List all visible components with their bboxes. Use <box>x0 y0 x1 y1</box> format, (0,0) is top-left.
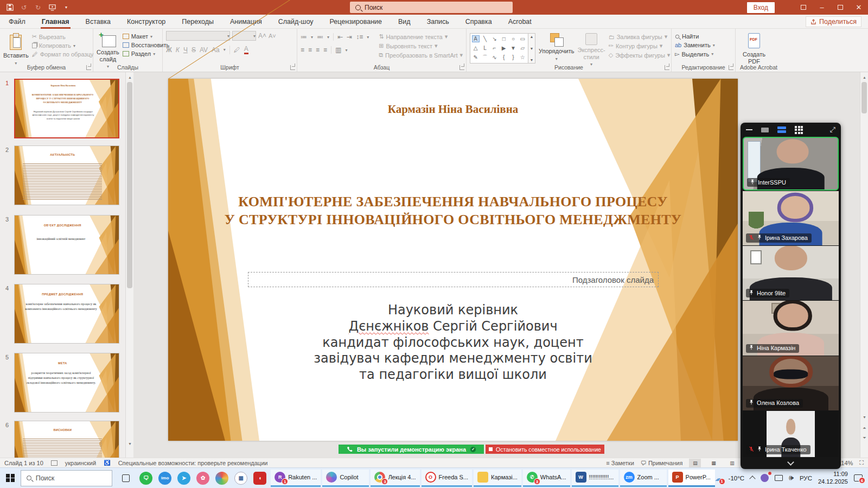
find-button[interactable]: Найти <box>675 33 715 40</box>
tab-acrobat[interactable]: Acrobat <box>507 16 533 28</box>
app-button-powerpoint[interactable]: PPowerP... <box>668 470 715 487</box>
undo-icon[interactable]: ↺ <box>20 3 28 12</box>
strikethrough-icon[interactable]: S <box>192 46 196 54</box>
calculator-icon[interactable]: ▦ <box>234 472 247 485</box>
create-pdf-button[interactable]: Создать PDF <box>739 31 769 65</box>
shape-effects-button[interactable]: ◇Эффекты фигуры ▾ <box>609 52 671 59</box>
photos-icon[interactable]: ✿ <box>196 472 209 485</box>
slide-thumbnail-6[interactable]: ВИСНОВКИ <box>14 421 119 458</box>
align-left-icon[interactable]: ≡ <box>301 46 304 54</box>
app-button-zoom[interactable]: zmZoom ... <box>620 470 667 487</box>
grow-font-icon[interactable]: A˄ <box>258 32 266 40</box>
task-view-icon[interactable] <box>122 474 130 482</box>
tab-анимация[interactable]: Анимация <box>229 16 263 28</box>
notification-center-icon[interactable]: 6 <box>854 474 863 481</box>
font-size-combo[interactable]: ▾ <box>232 31 256 41</box>
tab-вид[interactable]: Вид <box>397 16 412 28</box>
viber-icon[interactable] <box>761 474 769 482</box>
previous-slide-icon[interactable]: ⏶ <box>860 424 868 432</box>
normal-view-icon[interactable]: ▤ <box>689 459 701 467</box>
thumbnails-scrollbar[interactable]: ▲ ▼ <box>125 72 133 458</box>
tab-справка[interactable]: Справка <box>464 16 493 28</box>
close-icon[interactable]: ✕ <box>850 0 868 15</box>
scrollbar-thumb[interactable] <box>127 82 132 288</box>
font-dialog-launcher[interactable] <box>290 65 295 70</box>
paste-button[interactable]: Вставить▾ <box>3 31 29 66</box>
shapes-gallery[interactable]: A╲↘□○▭ △L⌐▶▼▱ ✎⌒∿{}☆ <box>470 33 528 64</box>
align-right-icon[interactable]: ≡ <box>316 46 320 54</box>
new-slide-button[interactable]: Создать слайд▾ <box>97 31 119 69</box>
reading-view-icon[interactable]: ▥ <box>726 459 738 467</box>
clipboard-dialog-launcher[interactable] <box>86 65 91 70</box>
share-button[interactable]: Поделиться <box>806 16 861 27</box>
bullets-icon[interactable]: ≔ <box>301 33 307 41</box>
tab-рецензирование[interactable]: Рецензирование <box>328 16 383 28</box>
text-direction-button[interactable]: ⇅Направление текста ▾ <box>379 33 463 40</box>
supervisor-text-block[interactable]: Науковий керівникДєнєжніков Сергій Сергі… <box>168 302 738 383</box>
imo-icon[interactable]: imo <box>158 472 171 485</box>
app-button-folder[interactable]: Кармазі... <box>474 470 521 487</box>
font-color-icon[interactable]: A <box>244 45 248 54</box>
slide-thumbnail-4[interactable]: ПРЕДМЕТ ДОСЛІДЖЕННЯкомп'ютерне забезпече… <box>14 284 119 344</box>
office-search-box[interactable]: Поиск <box>350 2 513 13</box>
tab-слайд-шоу[interactable]: Слайд-шоу <box>277 16 315 28</box>
bold-icon[interactable]: Ж <box>166 46 172 54</box>
start-slideshow-icon[interactable] <box>48 3 56 12</box>
notes-page-icon[interactable] <box>51 460 58 466</box>
speaker-view-icon[interactable] <box>761 128 769 132</box>
quick-styles-button[interactable]: Экспресс-стили▾ <box>577 31 605 67</box>
tray-overflow-icon[interactable] <box>749 476 755 481</box>
slide-canvas[interactable]: Кармазін Ніна Василівна КОМП'ЮТЕРНЕ ЗАБЕ… <box>168 79 738 441</box>
restore-icon[interactable] <box>831 0 850 15</box>
app-button-opera[interactable]: OFreeda S... <box>422 470 472 487</box>
speaker-icon[interactable]: 🕪 <box>789 473 794 483</box>
main-scrollbar[interactable]: ▲ ▼ ⏶ ⏷ <box>860 72 868 458</box>
language-indicator[interactable]: украинский <box>65 460 96 466</box>
clock[interactable]: 11:09 24.12.2025 <box>818 471 848 486</box>
signin-button[interactable]: Вход <box>747 2 775 13</box>
expand-panel-icon[interactable]: ⤢ <box>830 125 835 134</box>
italic-icon[interactable]: К <box>176 46 180 54</box>
fit-slide-icon[interactable]: ⛶ <box>859 459 864 466</box>
slide-author-text[interactable]: Кармазін Ніна Василівна <box>168 103 738 116</box>
format-painter-button[interactable]: 🖉Формат по образцу <box>32 51 94 58</box>
arrange-button[interactable]: Упорядочить▾ <box>539 31 574 61</box>
pin-icon[interactable] <box>749 290 754 296</box>
notes-toggle[interactable]: ≡ Заметки <box>606 460 634 466</box>
replace-button[interactable]: abЗаменить ▾ <box>675 42 715 48</box>
shape-fill-button[interactable]: 🗀Заливка фигуры ▾ <box>609 33 671 40</box>
customize-qat-icon[interactable]: ▾ <box>62 3 71 12</box>
app-button-word[interactable]: W!!!!!!!!!!!!... <box>572 470 618 487</box>
scroll-down-icon[interactable]: ▼ <box>860 413 868 421</box>
subtitle-placeholder[interactable]: Подзаголовок слайда <box>248 272 659 287</box>
slide-sorter-view-icon[interactable]: ▦ <box>707 459 719 467</box>
slide-thumbnail-2[interactable]: АКТУАЛЬНІСТЬ <box>14 145 119 205</box>
tab-вставка[interactable]: Вставка <box>85 16 112 28</box>
app-button-whatsapp[interactable]: ✆3WhatsA... <box>523 470 570 487</box>
keyboard-language[interactable]: РУС <box>800 475 812 481</box>
zoom-video-panel[interactable]: ⤢ InterSSPUІрина ЗахароваHonor 9liteНіна… <box>741 123 841 469</box>
editing-dialog-launcher[interactable] <box>729 65 733 70</box>
telegram-icon[interactable]: ➤ <box>177 472 190 485</box>
scroll-up-icon[interactable]: ▲ <box>126 73 134 81</box>
paragraph-dialog-launcher[interactable] <box>459 65 464 70</box>
line-spacing-icon[interactable]: ↕≡ <box>356 33 363 41</box>
slide-title-text[interactable]: КОМП'ЮТЕРНЕ ЗАБЕЗПЕЧЕННЯ НАВЧАЛЬНОГО ПРО… <box>201 193 705 229</box>
accessibility-status[interactable]: Специальные возможности: проверьте реком… <box>118 460 268 466</box>
participant-video-4[interactable]: Ніна Кармазін <box>743 301 839 355</box>
minimize-icon[interactable]: – <box>813 0 831 15</box>
participant-video-5[interactable]: Олена Козлова <box>743 356 839 410</box>
shapes-gallery-scroll[interactable]: ▲▼▼ <box>528 33 535 64</box>
participant-video-2[interactable]: Ірина Захарова <box>743 191 839 245</box>
start-button[interactable] <box>0 474 21 483</box>
copy-button[interactable]: Копировать ▾ <box>32 42 94 49</box>
comments-toggle[interactable]: 🗩 Примечания <box>641 460 683 466</box>
justify-icon[interactable]: ≡ <box>323 46 327 54</box>
select-button[interactable]: ▻Выделить ▾ <box>675 50 715 58</box>
scrollbar-thumb[interactable] <box>861 82 867 113</box>
save-icon[interactable] <box>5 3 14 12</box>
pin-icon[interactable] <box>757 235 762 241</box>
smartart-button[interactable]: ⧉Преобразовать в SmartArt ▾ <box>379 52 463 59</box>
pin-icon[interactable] <box>757 446 762 453</box>
app-button-rakuten[interactable]: R1Rakuten ... <box>271 470 321 487</box>
